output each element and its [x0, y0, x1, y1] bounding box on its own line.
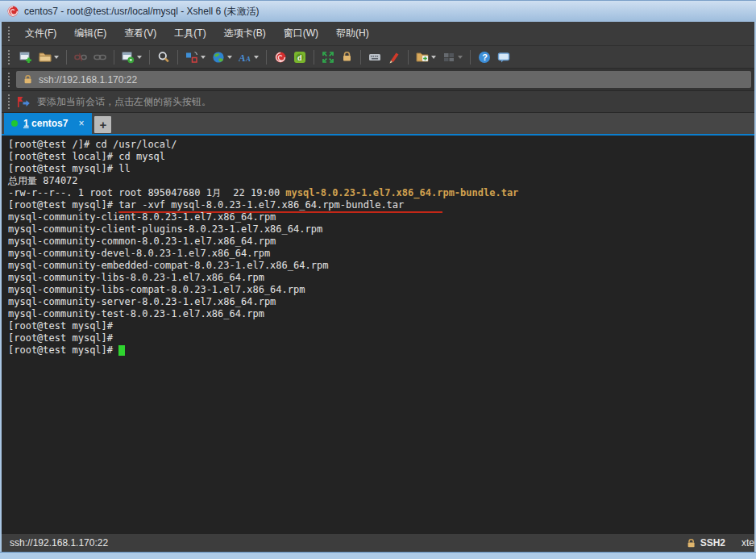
terminal-line: 总用量 874072	[8, 175, 754, 187]
lock-screen-button[interactable]	[338, 48, 356, 65]
terminal-text: [root@test local]# cd mysql	[8, 151, 165, 162]
menu-tools[interactable]: 工具(T)	[165, 23, 214, 44]
tab-close-icon[interactable]: ×	[77, 118, 85, 129]
chevron-down-icon	[458, 56, 463, 59]
terminal-line: mysql-community-libs-8.0.23-1.el7.x86_64…	[8, 272, 754, 284]
toolbar: AA d	[2, 46, 754, 69]
xshell-logo-icon	[6, 5, 19, 18]
reconnect-button[interactable]	[90, 48, 110, 66]
title-bar[interactable]: centos7 - root@test:/usr/local/mysql - X…	[0, 0, 756, 22]
terminal-line: mysql-community-common-8.0.23-1.el7.x86_…	[8, 236, 754, 248]
new-tab-button[interactable]: +	[94, 116, 111, 133]
terminal-line: [root@test local]# cd mysql	[8, 151, 754, 163]
folder-plus-icon	[416, 51, 429, 64]
feedback-button[interactable]	[494, 48, 513, 66]
encryption-status: SSH2	[686, 537, 725, 549]
terminal-text: mysql-community-test-8.0.23-1.el7.x86_64…	[8, 308, 264, 319]
terminal-type-label: xterm	[741, 537, 754, 549]
lock-icon	[686, 538, 696, 549]
terminal-text: -rw-r--r--. 1 root root 895047680 1月 22 …	[8, 187, 285, 198]
terminal-output[interactable]: [root@test /]# cd /usr/local/[root@test …	[2, 136, 754, 534]
address-input[interactable]: ssh://192.168.1.170:22	[16, 71, 751, 88]
terminal-text: 总用量 874072	[8, 175, 78, 186]
window-grid-icon	[442, 51, 455, 64]
compose-layout-icon	[185, 51, 198, 64]
connected-status-dot	[11, 120, 18, 127]
terminal-line: mysql-community-client-8.0.23-1.el7.x86_…	[8, 211, 754, 223]
address-bar-grip[interactable]	[8, 73, 10, 87]
compose-layout-button[interactable]	[182, 48, 209, 66]
toolbar-separator	[408, 50, 409, 65]
menu-window[interactable]: 窗口(W)	[275, 23, 327, 44]
terminal-text: [root@test mysql]#	[8, 344, 118, 356]
terminal-text: [root@test mysql]#	[8, 199, 118, 211]
feedback-bubble-icon	[497, 51, 510, 64]
menu-edit[interactable]: 编辑(E)	[65, 23, 115, 44]
status-session-url: ssh://192.168.1.170:22	[10, 537, 108, 549]
terminal-line: mysql-community-test-8.0.23-1.el7.x86_64…	[8, 308, 754, 320]
menu-view[interactable]: 查看(V)	[115, 23, 165, 44]
encoding-button[interactable]	[209, 48, 235, 66]
terminal-line: mysql-community-devel-8.0.23-1.el7.x86_6…	[8, 248, 754, 260]
disconnect-button[interactable]	[71, 48, 90, 66]
tab-centos7[interactable]: 1 centos7 ×	[4, 113, 92, 134]
open-folder-icon	[39, 51, 52, 64]
globe-icon	[212, 51, 225, 64]
info-message: 要添加当前会话，点击左侧的箭头按钮。	[37, 95, 211, 109]
toolbar-separator	[66, 50, 67, 65]
chevron-down-icon	[431, 56, 436, 59]
fullscreen-button[interactable]	[318, 48, 338, 66]
toolbar-separator	[266, 50, 267, 65]
status-bar: ssh://192.168.1.170:22 SSH2 xterm	[2, 534, 754, 552]
chevron-down-icon	[254, 56, 259, 59]
toolbar-grip[interactable]	[8, 50, 10, 65]
find-button[interactable]	[154, 48, 173, 66]
toolbar-separator	[114, 50, 114, 65]
menu-tabs[interactable]: 选项卡(B)	[215, 23, 275, 44]
menu-help[interactable]: 帮助(H)	[327, 23, 378, 44]
terminal-text: mysql-community-client-8.0.23-1.el7.x86_…	[8, 211, 276, 223]
xshell-button[interactable]	[271, 48, 290, 66]
xftp-icon: d	[293, 51, 306, 64]
new-session-button[interactable]	[16, 48, 35, 66]
terminal-line: [root@test mysql]# ll	[8, 163, 754, 175]
chevron-down-icon	[201, 56, 206, 59]
window-layout-button[interactable]	[439, 48, 466, 66]
menubar-grip[interactable]	[8, 27, 10, 41]
info-bar-grip[interactable]	[8, 94, 10, 109]
info-bar: 要添加当前会话，点击左侧的箭头按钮。	[2, 91, 754, 113]
toolbar-separator	[314, 50, 314, 65]
terminal-text: mysql-community-embedded-compat-8.0.23-1…	[8, 260, 328, 271]
toolbar-separator	[360, 50, 361, 65]
menu-file[interactable]: 文件(F)	[16, 23, 65, 44]
chevron-down-icon	[227, 56, 232, 59]
terminal-line: [root@test mysql]#	[8, 332, 754, 344]
terminal-line: mysql-community-server-8.0.23-1.el7.x86_…	[8, 296, 754, 308]
highlight-button[interactable]	[384, 48, 404, 66]
new-session-icon	[19, 51, 32, 64]
lock-icon	[341, 51, 353, 63]
svg-text:A: A	[245, 55, 251, 63]
chevron-down-icon	[54, 56, 59, 59]
session-properties-icon	[122, 51, 135, 64]
xftp-button[interactable]: d	[290, 48, 309, 66]
toolbar-separator	[149, 50, 150, 65]
terminal-line: mysql-community-libs-compat-8.0.23-1.el7…	[8, 284, 754, 296]
terminal-line: [root@test mysql]# tar -xvf mysql-8.0.23…	[8, 199, 754, 211]
open-sessions-button[interactable]	[35, 48, 62, 66]
tab-index: 1	[23, 118, 29, 129]
help-button[interactable]: ?	[475, 48, 494, 66]
session-properties-button[interactable]	[118, 48, 145, 66]
window-title: centos7 - root@test:/usr/local/mysql - X…	[24, 5, 260, 19]
svg-text:d: d	[297, 53, 302, 61]
help-icon: ?	[478, 51, 491, 64]
virtual-keyboard-button[interactable]	[365, 48, 384, 66]
encryption-label: SSH2	[700, 537, 725, 549]
file-transfer-button[interactable]	[413, 48, 439, 66]
font-button[interactable]: AA	[235, 48, 262, 66]
add-session-arrow-icon[interactable]	[16, 96, 31, 108]
terminal-cursor	[118, 345, 125, 356]
terminal-text: mysql-community-devel-8.0.23-1.el7.x86_6…	[8, 248, 270, 259]
window-bottom-border	[0, 552, 756, 559]
font-icon: AA	[239, 51, 251, 64]
